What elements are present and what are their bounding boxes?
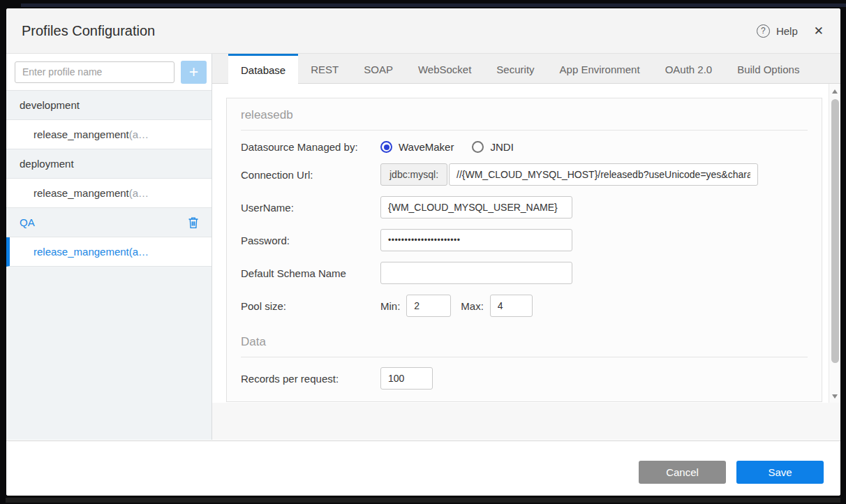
help-button[interactable]: ? Help — [757, 24, 798, 38]
background-strip — [6, 498, 840, 503]
radio-jndi[interactable]: JNDI — [472, 141, 513, 153]
datasource-managed-by-label: Datasource Managed by: — [241, 141, 380, 153]
dialog-footer: Cancel Save — [6, 440, 840, 496]
save-button[interactable]: Save — [736, 461, 824, 484]
radio-unselected-icon — [472, 141, 484, 153]
connection-url-label: Connection Url: — [241, 169, 380, 181]
title-bar: Profiles Configuration ? Help ✕ — [6, 8, 840, 54]
profile-content: Database REST SOAP WebSocket Security Ap… — [212, 54, 840, 440]
delete-profile-button[interactable] — [188, 216, 199, 229]
pool-min-label: Min: — [380, 300, 400, 312]
connection-url-row: Connection Url: jdbc:mysql: — [241, 163, 808, 186]
page-title: Profiles Configuration — [22, 23, 155, 39]
pool-size-row: Pool size: Min: Max: — [241, 295, 808, 317]
connection-url-input[interactable] — [449, 163, 758, 186]
sidebar-item-release-mangement-2[interactable]: release_mangement (a… — [6, 179, 212, 208]
password-label: Password: — [241, 235, 380, 246]
background-strip — [21, 3, 846, 7]
username-row: UserName: — [241, 196, 808, 218]
add-profile-row: + — [6, 54, 212, 91]
tab-build-options[interactable]: Build Options — [725, 54, 812, 83]
content-lower-area — [212, 403, 840, 440]
sidebar-item-release-mangement-3[interactable]: release_mangement (a… — [6, 237, 212, 267]
default-schema-input[interactable] — [380, 262, 572, 284]
datasource-form-panel: releasedb Datasource Managed by: WaveMak… — [226, 98, 822, 402]
radio-wavemaker[interactable]: WaveMaker — [380, 141, 454, 153]
radio-selected-icon — [380, 141, 392, 153]
database-tab-panel: releasedb Datasource Managed by: WaveMak… — [212, 84, 840, 403]
sidebar-item-qa[interactable]: QA — [6, 208, 212, 237]
profiles-sidebar: + development release_mangement (a… depl… — [6, 54, 212, 440]
section-header-releasedb: releasedb — [241, 98, 808, 131]
truncated-suffix: (a… — [129, 246, 149, 258]
sidebar-item-release-mangement-1[interactable]: release_mangement (a… — [6, 120, 212, 149]
cancel-button[interactable]: Cancel — [639, 461, 726, 484]
scroll-thumb[interactable] — [831, 99, 839, 363]
datasource-managed-by-row: Datasource Managed by: WaveMaker JNDI — [241, 141, 808, 153]
scroll-down-arrow[interactable] — [832, 394, 838, 399]
password-input[interactable] — [380, 229, 572, 251]
profiles-configuration-dialog: Profiles Configuration ? Help ✕ + develo… — [6, 8, 840, 496]
add-profile-button[interactable]: + — [181, 61, 207, 84]
records-per-request-input[interactable] — [380, 367, 433, 390]
username-input[interactable] — [380, 196, 572, 218]
content-scrollbar[interactable] — [829, 84, 840, 403]
help-icon: ? — [757, 24, 770, 38]
truncated-suffix: (a… — [129, 187, 149, 199]
tab-bar: Database REST SOAP WebSocket Security Ap… — [212, 54, 840, 84]
truncated-suffix: (a… — [129, 128, 149, 140]
password-row: Password: — [241, 229, 808, 251]
connection-url-prefix: jdbc:mysql: — [380, 163, 447, 186]
sidebar-item-deployment[interactable]: deployment — [6, 149, 212, 179]
records-per-request-label: Records per request: — [241, 373, 380, 385]
scroll-up-arrow[interactable] — [832, 89, 838, 94]
records-per-request-row: Records per request: — [241, 367, 808, 390]
section-header-data: Data — [241, 325, 808, 357]
tab-websocket[interactable]: WebSocket — [406, 54, 484, 83]
close-icon[interactable]: ✕ — [814, 25, 824, 37]
default-schema-row: Default Schema Name — [241, 262, 808, 284]
pool-min-input[interactable] — [406, 295, 451, 317]
tab-security[interactable]: Security — [484, 54, 547, 83]
profile-name-input[interactable] — [15, 61, 175, 83]
username-label: UserName: — [241, 202, 380, 214]
pool-size-label: Pool size: — [241, 300, 380, 312]
pool-max-label: Max: — [461, 300, 484, 312]
sidebar-item-development[interactable]: development — [6, 91, 212, 120]
default-schema-label: Default Schema Name — [241, 267, 380, 279]
tab-rest[interactable]: REST — [298, 54, 351, 83]
tab-oauth-2-0[interactable]: OAuth 2.0 — [653, 54, 725, 83]
trash-icon — [188, 216, 199, 229]
tab-app-environment[interactable]: App Environment — [547, 54, 653, 83]
tab-soap[interactable]: SOAP — [351, 54, 406, 83]
help-label: Help — [776, 25, 798, 37]
tab-database[interactable]: Database — [228, 54, 298, 84]
pool-max-input[interactable] — [490, 295, 533, 317]
